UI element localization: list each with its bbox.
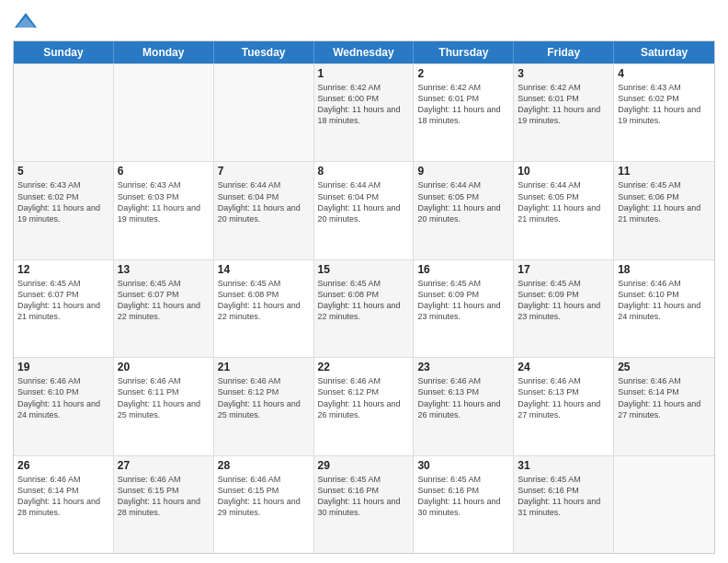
day-info: Sunrise: 6:42 AM Sunset: 6:00 PM Dayligh… [318,82,410,127]
table-row [614,456,714,553]
day-info: Sunrise: 6:45 AM Sunset: 6:06 PM Dayligh… [618,179,711,224]
day-info: Sunrise: 6:45 AM Sunset: 6:07 PM Dayligh… [118,278,210,323]
day-number: 17 [518,263,609,276]
day-header-saturday: Saturday [614,41,714,63]
day-number: 3 [518,67,609,80]
table-row: 11Sunrise: 6:45 AM Sunset: 6:06 PM Dayli… [614,162,714,259]
table-row: 28Sunrise: 6:46 AM Sunset: 6:15 PM Dayli… [214,456,314,553]
day-info: Sunrise: 6:43 AM Sunset: 6:02 PM Dayligh… [618,82,711,127]
day-info: Sunrise: 6:45 AM Sunset: 6:16 PM Dayligh… [318,474,410,519]
day-header-monday: Monday [114,41,214,63]
table-row: 15Sunrise: 6:45 AM Sunset: 6:08 PM Dayli… [314,260,415,357]
table-row: 31Sunrise: 6:45 AM Sunset: 6:16 PM Dayli… [514,456,614,553]
day-info: Sunrise: 6:42 AM Sunset: 6:01 PM Dayligh… [417,82,509,127]
day-number: 27 [118,459,210,472]
table-row: 24Sunrise: 6:46 AM Sunset: 6:13 PM Dayli… [514,358,614,454]
calendar: SundayMondayTuesdayWednesdayThursdayFrid… [13,40,715,554]
day-info: Sunrise: 6:46 AM Sunset: 6:13 PM Dayligh… [417,375,509,420]
day-number: 16 [417,263,509,276]
table-row: 10Sunrise: 6:44 AM Sunset: 6:05 PM Dayli… [514,162,614,259]
header [13,9,715,35]
calendar-body: 1Sunrise: 6:42 AM Sunset: 6:00 PM Daylig… [14,63,714,553]
day-info: Sunrise: 6:45 AM Sunset: 6:16 PM Dayligh… [417,474,509,519]
table-row: 22Sunrise: 6:46 AM Sunset: 6:12 PM Dayli… [314,358,415,454]
day-info: Sunrise: 6:45 AM Sunset: 6:07 PM Dayligh… [17,278,109,323]
day-number: 14 [218,263,310,276]
day-info: Sunrise: 6:45 AM Sunset: 6:08 PM Dayligh… [318,278,410,323]
day-info: Sunrise: 6:43 AM Sunset: 6:02 PM Dayligh… [17,179,109,224]
day-number: 25 [618,361,711,373]
table-row: 1Sunrise: 6:42 AM Sunset: 6:00 PM Daylig… [314,64,415,161]
day-header-friday: Friday [514,41,614,63]
table-row: 4Sunrise: 6:43 AM Sunset: 6:02 PM Daylig… [614,64,714,161]
day-info: Sunrise: 6:45 AM Sunset: 6:09 PM Dayligh… [417,278,509,323]
table-row: 19Sunrise: 6:46 AM Sunset: 6:10 PM Dayli… [14,358,114,454]
day-number: 31 [518,459,609,472]
day-number: 28 [218,459,310,472]
day-number: 6 [118,165,210,178]
day-number: 18 [618,263,711,276]
table-row: 18Sunrise: 6:46 AM Sunset: 6:10 PM Dayli… [614,260,714,357]
day-header-tuesday: Tuesday [214,41,314,63]
day-number: 21 [218,361,310,373]
table-row: 25Sunrise: 6:46 AM Sunset: 6:14 PM Dayli… [614,358,714,454]
day-number: 22 [318,361,410,373]
day-info: Sunrise: 6:44 AM Sunset: 6:04 PM Dayligh… [218,179,310,224]
day-info: Sunrise: 6:45 AM Sunset: 6:16 PM Dayligh… [518,474,609,519]
table-row: 29Sunrise: 6:45 AM Sunset: 6:16 PM Dayli… [314,456,415,553]
day-number: 30 [417,459,509,472]
day-number: 13 [118,263,210,276]
day-number: 26 [17,459,109,472]
week-row-1: 1Sunrise: 6:42 AM Sunset: 6:00 PM Daylig… [14,63,714,161]
day-number: 9 [417,165,509,178]
day-header-thursday: Thursday [414,41,514,63]
table-row: 23Sunrise: 6:46 AM Sunset: 6:13 PM Dayli… [414,358,514,454]
day-number: 20 [118,361,210,373]
calendar-header: SundayMondayTuesdayWednesdayThursdayFrid… [14,41,714,63]
day-info: Sunrise: 6:46 AM Sunset: 6:14 PM Dayligh… [17,474,109,519]
table-row: 13Sunrise: 6:45 AM Sunset: 6:07 PM Dayli… [114,260,214,357]
day-number: 24 [518,361,609,373]
week-row-4: 19Sunrise: 6:46 AM Sunset: 6:10 PM Dayli… [14,357,714,454]
day-info: Sunrise: 6:46 AM Sunset: 6:13 PM Dayligh… [518,375,609,420]
day-number: 10 [518,165,609,178]
table-row: 9Sunrise: 6:44 AM Sunset: 6:05 PM Daylig… [414,162,514,259]
table-row: 16Sunrise: 6:45 AM Sunset: 6:09 PM Dayli… [414,260,514,357]
day-number: 19 [17,361,109,373]
table-row: 17Sunrise: 6:45 AM Sunset: 6:09 PM Dayli… [514,260,614,357]
day-info: Sunrise: 6:46 AM Sunset: 6:12 PM Dayligh… [218,375,310,420]
day-number: 7 [218,165,310,178]
day-info: Sunrise: 6:45 AM Sunset: 6:09 PM Dayligh… [518,278,609,323]
table-row: 27Sunrise: 6:46 AM Sunset: 6:15 PM Dayli… [114,456,214,553]
table-row: 3Sunrise: 6:42 AM Sunset: 6:01 PM Daylig… [514,64,614,161]
day-number: 2 [417,67,509,80]
table-row: 14Sunrise: 6:45 AM Sunset: 6:08 PM Dayli… [214,260,314,357]
day-number: 1 [318,67,410,80]
day-header-wednesday: Wednesday [314,41,415,63]
table-row: 6Sunrise: 6:43 AM Sunset: 6:03 PM Daylig… [114,162,214,259]
day-number: 12 [17,263,109,276]
day-number: 29 [318,459,410,472]
logo [13,9,42,35]
day-info: Sunrise: 6:45 AM Sunset: 6:08 PM Dayligh… [218,278,310,323]
day-number: 4 [618,67,711,80]
day-info: Sunrise: 6:44 AM Sunset: 6:04 PM Dayligh… [318,179,410,224]
table-row: 5Sunrise: 6:43 AM Sunset: 6:02 PM Daylig… [14,162,114,259]
table-row: 26Sunrise: 6:46 AM Sunset: 6:14 PM Dayli… [14,456,114,553]
day-header-sunday: Sunday [14,41,114,63]
day-info: Sunrise: 6:46 AM Sunset: 6:15 PM Dayligh… [118,474,210,519]
day-info: Sunrise: 6:44 AM Sunset: 6:05 PM Dayligh… [518,179,609,224]
day-info: Sunrise: 6:46 AM Sunset: 6:10 PM Dayligh… [618,278,711,323]
day-info: Sunrise: 6:46 AM Sunset: 6:10 PM Dayligh… [17,375,109,420]
week-row-2: 5Sunrise: 6:43 AM Sunset: 6:02 PM Daylig… [14,161,714,259]
table-row: 21Sunrise: 6:46 AM Sunset: 6:12 PM Dayli… [214,358,314,454]
table-row [214,64,314,161]
table-row: 20Sunrise: 6:46 AM Sunset: 6:11 PM Dayli… [114,358,214,454]
table-row [14,64,114,161]
logo-icon [13,9,39,35]
day-number: 11 [618,165,711,178]
day-info: Sunrise: 6:43 AM Sunset: 6:03 PM Dayligh… [118,179,210,224]
day-info: Sunrise: 6:42 AM Sunset: 6:01 PM Dayligh… [518,82,609,127]
week-row-5: 26Sunrise: 6:46 AM Sunset: 6:14 PM Dayli… [14,455,714,553]
table-row: 7Sunrise: 6:44 AM Sunset: 6:04 PM Daylig… [214,162,314,259]
